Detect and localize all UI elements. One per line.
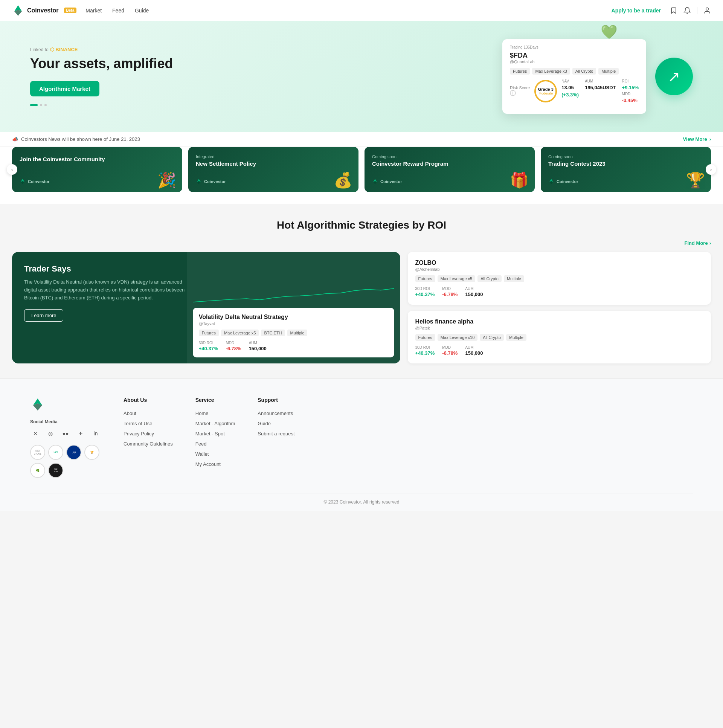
learn-more-button[interactable]: Learn more — [24, 309, 63, 322]
user-icon[interactable] — [703, 7, 711, 14]
news-next-button[interactable]: › — [706, 164, 716, 175]
apply-trader-button[interactable]: Apply to be a trader — [611, 8, 661, 14]
news-card-1-logo: Coinvestor — [28, 179, 49, 184]
footer-col-service: Service Home Market - Algorithm Market -… — [196, 397, 235, 478]
medium-icon[interactable]: ●● — [60, 428, 71, 439]
news-card-2-footer: Coinvestor — [196, 179, 351, 185]
view-more-button[interactable]: View More › — [683, 136, 711, 142]
strategy-featured-card: Trader Says The Volatility Delta Neutral… — [12, 252, 400, 364]
news-bar-left: 📣 Coinvestors News will be shown here of… — [12, 136, 140, 142]
helios-badge-crypto: All Crypto — [480, 334, 504, 341]
nav-market[interactable]: Market — [86, 8, 102, 14]
linked-to-label: Linked to — [30, 47, 49, 52]
zolbo-badge-leverage: Max Leverage x5 — [437, 275, 475, 282]
news-text: Coinvestors News will be shown here of J… — [21, 136, 140, 142]
hero-right: 💚 Trading 136Days $FDA @QuantaLab Future… — [173, 39, 693, 114]
news-card-settlement[interactable]: Integrated New Settlement Policy Coinves… — [188, 147, 359, 192]
zolbo-badge-multiple: Multiple — [504, 275, 524, 282]
badge-iaf: IAF — [66, 445, 81, 460]
featured-aum: AUM 150,000 — [249, 341, 267, 352]
hero-dot-2[interactable] — [40, 104, 42, 106]
linkedin-icon[interactable]: in — [90, 428, 101, 439]
news-card-community[interactable]: Join the Coinvestor Community Coinvestor… — [12, 147, 182, 192]
news-card-4-title: Trading Contest 2023 — [548, 161, 703, 167]
algorithmic-market-button[interactable]: Algorithmic Market — [30, 81, 99, 96]
badge-award1: 🏆 — [84, 445, 99, 460]
bookmark-icon[interactable] — [670, 7, 677, 14]
view-more-chevron: › — [709, 136, 711, 142]
footer-brand: Social Media ✕ ◎ ●● ✈ in ISO27001 IAS IA… — [30, 397, 101, 478]
telegram-icon[interactable]: ✈ — [75, 428, 86, 439]
nav-guide[interactable]: Guide — [135, 8, 149, 14]
strategy-list: ZOLBO @Alchemilab Futures Max Leverage x… — [408, 252, 711, 364]
footer-inner: Social Media ✕ ◎ ●● ✈ in ISO27001 IAS IA… — [30, 397, 693, 493]
aum-label: AUM — [585, 79, 616, 83]
featured-description: The Volatility Delta Neutral (also known… — [24, 278, 188, 302]
coinvestor-logo-icon-2 — [196, 179, 202, 185]
helios-mdd: MDD -6.78% — [442, 346, 457, 356]
featured-strategy-name: Volatility Delta Neutral Strategy — [199, 314, 388, 321]
footer-link-market-spot[interactable]: Market - Spot — [196, 429, 235, 438]
coinvestor-logo-icon — [20, 179, 26, 185]
news-card-reward[interactable]: Coming soon Coinvestor Reward Program Co… — [364, 147, 535, 192]
aum-value: 195,045USDT — [585, 85, 616, 90]
strategy-item-helios[interactable]: Helios finance alpha @Patek Futures Max … — [408, 311, 711, 364]
footer-links: About Us About Terms of Use Privacy Poli… — [124, 397, 693, 478]
roi-label: ROI — [622, 79, 639, 83]
featured-strategy-card[interactable]: Volatility Delta Neutral Strategy @Tayva… — [193, 308, 394, 358]
news-card-2-label: Integrated — [196, 154, 351, 159]
hero-card-risk: Risk Score i Grade 3 Moderate NAV 13 — [510, 79, 639, 103]
news-card-3-emoji: 🎁 — [510, 171, 529, 189]
footer-col-support: Support Announcements Guide Submit a req… — [258, 397, 295, 478]
helios-badge-multiple: Multiple — [506, 334, 526, 341]
helios-mdd-value: -6.78% — [442, 350, 457, 356]
featured-roi: 30D ROI +40.37% — [199, 341, 219, 352]
coin-emoji: 💚 — [601, 24, 618, 40]
binance-label: ⬡ BINANCE — [50, 47, 78, 52]
footer-link-guide[interactable]: Guide — [258, 419, 295, 428]
coinvestor-logo-icon-4 — [548, 179, 554, 185]
footer-link-feed[interactable]: Feed — [196, 439, 235, 448]
footer-link-about[interactable]: About — [124, 409, 173, 418]
footer-link-announcements[interactable]: Announcements — [258, 409, 295, 418]
news-card-3-logo: Coinvestor — [380, 179, 402, 184]
footer-link-market-algo[interactable]: Market - Algorithm — [196, 419, 235, 428]
footer-link-terms[interactable]: Terms of Use — [124, 419, 173, 428]
footer-link-submit-request[interactable]: Submit a request — [258, 429, 295, 438]
footer-logo-icon — [30, 397, 45, 412]
logo-text: Coinvestor — [27, 7, 59, 14]
hero-dot-3[interactable] — [44, 104, 47, 106]
hero-dot-1[interactable] — [30, 104, 38, 106]
news-card-2-emoji: 💰 — [334, 171, 353, 189]
roi-value: +9.15% — [622, 85, 639, 90]
zolbo-mdd-value: -6.78% — [442, 292, 457, 297]
find-more-button[interactable]: Find More › — [685, 240, 711, 246]
strategy-item-zolbo[interactable]: ZOLBO @Alchemilab Futures Max Leverage x… — [408, 252, 711, 305]
news-card-contest[interactable]: Coming soon Trading Contest 2023 Coinves… — [541, 147, 711, 192]
strategy-chart — [193, 285, 394, 308]
footer-link-wallet[interactable]: Wallet — [196, 450, 235, 458]
zolbo-badge-futures: Futures — [415, 275, 435, 282]
news-card-4-footer: Coinvestor — [548, 179, 703, 185]
footer-link-privacy[interactable]: Privacy Policy — [124, 429, 173, 438]
twitter-icon[interactable]: ✕ — [30, 428, 41, 439]
hero-section: Linked to ⬡ BINANCE Your assets, amplifi… — [0, 21, 723, 132]
helios-aum-value: 150,000 — [465, 350, 483, 356]
badge-award2: 🌿 — [30, 463, 45, 478]
news-card-4-label: Coming soon — [548, 154, 703, 159]
nav-feed[interactable]: Feed — [112, 8, 124, 14]
news-card-settlement-content: Integrated New Settlement Policy — [196, 154, 351, 167]
navbar-logo[interactable]: Coinvestor Beta — [12, 5, 76, 17]
bell-icon[interactable] — [683, 7, 691, 14]
footer-link-home[interactable]: Home — [196, 409, 235, 418]
instagram-icon[interactable]: ◎ — [45, 428, 56, 439]
badge-futures: Futures — [510, 68, 530, 75]
news-card-community-content: Join the Coinvestor Community — [20, 154, 175, 162]
helios-mdd-label: MDD — [442, 346, 457, 350]
news-prev-button[interactable]: ‹ — [7, 164, 17, 175]
footer-link-community[interactable]: Community Guidelines — [124, 439, 173, 448]
news-grid: ‹ Join the Coinvestor Community Coinvest… — [12, 147, 711, 192]
footer-link-my-account[interactable]: My Account — [196, 460, 235, 468]
helios-name: Helios finance alpha — [415, 318, 703, 325]
risk-grade: Grade 3 — [538, 87, 553, 92]
